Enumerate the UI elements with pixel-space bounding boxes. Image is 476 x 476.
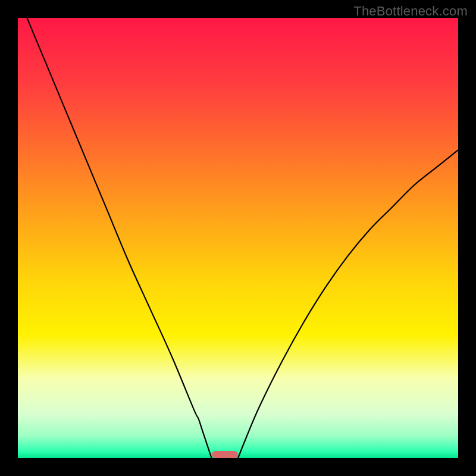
minimum-marker [212, 451, 238, 458]
plot-area [18, 18, 458, 458]
watermark-text: TheBottleneck.com [353, 4, 468, 19]
chart-frame: TheBottleneck.com [0, 0, 476, 476]
curve-layer [18, 18, 458, 458]
curve-right-branch [238, 150, 458, 458]
curve-left-branch [18, 18, 212, 458]
